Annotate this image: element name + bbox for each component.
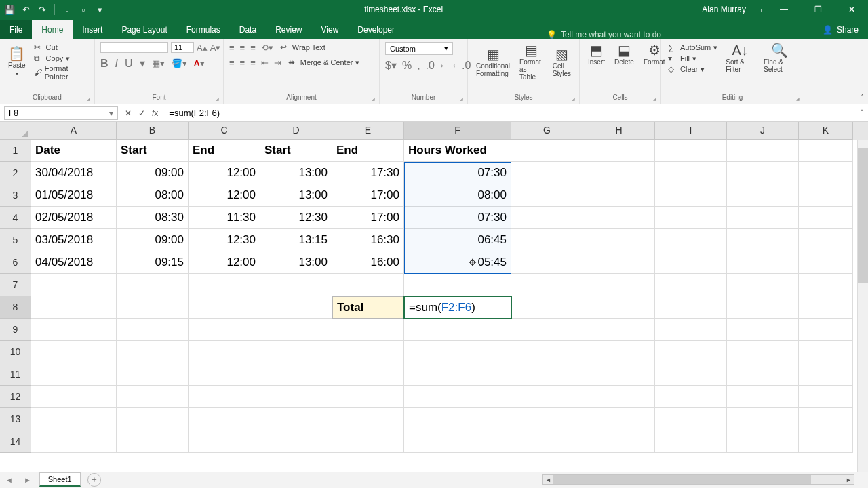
cell[interactable]: [117, 341, 189, 363]
row-header-12[interactable]: 12: [0, 386, 31, 408]
column-headers[interactable]: ABCDEFGHIJK: [31, 122, 868, 140]
increase-decimal-icon[interactable]: .0→: [426, 60, 446, 72]
cell[interactable]: [583, 140, 655, 162]
col-header-H[interactable]: H: [583, 122, 655, 140]
clear-button[interactable]: ◇Clear ▾: [667, 64, 719, 75]
cell[interactable]: [799, 386, 853, 408]
cell[interactable]: [799, 207, 853, 229]
cell[interactable]: [31, 408, 117, 430]
cell[interactable]: [799, 140, 853, 162]
cell[interactable]: 13:15: [260, 229, 332, 251]
tab-view[interactable]: View: [312, 20, 349, 39]
cell[interactable]: [727, 408, 799, 430]
cell[interactable]: [799, 162, 853, 184]
cell[interactable]: 11:30: [189, 207, 260, 229]
col-header-D[interactable]: D: [260, 122, 332, 140]
cell[interactable]: [260, 430, 332, 453]
cancel-formula-icon[interactable]: ✕: [125, 108, 132, 118]
cell[interactable]: [332, 341, 404, 363]
insert-cells-button[interactable]: ⬒Insert: [585, 42, 608, 67]
cell[interactable]: [727, 229, 799, 251]
indent-inc-icon[interactable]: ⇥: [274, 58, 281, 68]
cell[interactable]: 12:00: [189, 184, 260, 207]
cell[interactable]: [655, 319, 727, 341]
cell[interactable]: [655, 162, 727, 184]
cell[interactable]: [583, 386, 655, 408]
cell[interactable]: [189, 363, 260, 386]
cell[interactable]: [799, 430, 853, 453]
percent-icon[interactable]: %: [402, 60, 412, 72]
horizontal-scrollbar[interactable]: ◄►: [542, 474, 854, 485]
user-name[interactable]: Alan Murray: [702, 5, 746, 14]
border-icon[interactable]: ▦▾: [152, 58, 165, 68]
tab-review[interactable]: Review: [266, 20, 311, 39]
cell[interactable]: [31, 274, 117, 296]
cell[interactable]: [799, 274, 853, 296]
cell[interactable]: [260, 296, 332, 319]
cell[interactable]: 12:30: [260, 207, 332, 229]
cell[interactable]: [189, 296, 260, 319]
col-header-F[interactable]: F: [404, 122, 511, 140]
cell[interactable]: [727, 296, 799, 319]
cell[interactable]: 01/05/2018: [31, 184, 117, 207]
cell[interactable]: 16:30: [332, 229, 404, 251]
cell[interactable]: 17:30: [332, 162, 404, 184]
cell[interactable]: [727, 162, 799, 184]
ribbon-display-icon[interactable]: ▭: [753, 4, 764, 15]
cell[interactable]: [117, 408, 189, 430]
row-header-4[interactable]: 4: [0, 207, 31, 229]
autosum-button[interactable]: ∑AutoSum ▾: [667, 42, 719, 53]
cell[interactable]: [655, 341, 727, 363]
cell[interactable]: Date: [31, 140, 117, 162]
underline-button[interactable]: U: [125, 58, 133, 70]
col-header-I[interactable]: I: [655, 122, 727, 140]
orientation-icon[interactable]: ⟲▾: [261, 43, 273, 53]
cell[interactable]: [583, 229, 655, 251]
cell[interactable]: [332, 430, 404, 453]
cell[interactable]: [727, 207, 799, 229]
row-header-2[interactable]: 2: [0, 162, 31, 184]
cell[interactable]: [260, 386, 332, 408]
font-size-select[interactable]: [171, 42, 194, 53]
delete-cells-button[interactable]: ⬓Delete: [612, 42, 637, 67]
cell[interactable]: 03/05/2018: [31, 229, 117, 251]
cell[interactable]: [727, 341, 799, 363]
cell[interactable]: [655, 430, 727, 453]
cell[interactable]: 12:00: [189, 251, 260, 274]
cell[interactable]: 08:00: [117, 184, 189, 207]
cell[interactable]: 16:00: [332, 251, 404, 274]
cell[interactable]: [189, 386, 260, 408]
cell[interactable]: Start: [260, 140, 332, 162]
fx-icon[interactable]: fx: [152, 108, 158, 118]
cell[interactable]: [799, 408, 853, 430]
align-center-icon[interactable]: ≡: [240, 58, 245, 68]
cell[interactable]: [655, 140, 727, 162]
cell[interactable]: [117, 386, 189, 408]
cell[interactable]: [655, 207, 727, 229]
cell[interactable]: [511, 408, 583, 430]
cell[interactable]: [799, 319, 853, 341]
number-format-select[interactable]: Custom▾: [385, 42, 453, 55]
cell[interactable]: [260, 274, 332, 296]
cell[interactable]: 09:15: [117, 251, 189, 274]
increase-font-icon[interactable]: A▴: [197, 43, 208, 53]
cell[interactable]: [511, 251, 583, 274]
wrap-text-button[interactable]: ↩Wrap Text: [279, 42, 327, 53]
share-button[interactable]: 👤Share: [813, 20, 868, 39]
fill-button[interactable]: ▾Fill ▾: [667, 53, 719, 64]
formula-input[interactable]: =sum(F2:F6): [165, 108, 856, 118]
cell[interactable]: [332, 319, 404, 341]
cell-styles-button[interactable]: ▧Cell Styles: [550, 46, 574, 79]
cell[interactable]: [583, 162, 655, 184]
qat-icon-2[interactable]: ▫: [78, 4, 89, 15]
cell[interactable]: [117, 430, 189, 453]
row-header-11[interactable]: 11: [0, 363, 31, 386]
cell[interactable]: [583, 341, 655, 363]
expand-formula-bar-icon[interactable]: ˅: [856, 108, 868, 118]
row-header-13[interactable]: 13: [0, 408, 31, 430]
cell[interactable]: [583, 251, 655, 274]
cell[interactable]: [799, 341, 853, 363]
cell[interactable]: [511, 184, 583, 207]
cell[interactable]: 13:00: [260, 162, 332, 184]
cell[interactable]: [31, 341, 117, 363]
